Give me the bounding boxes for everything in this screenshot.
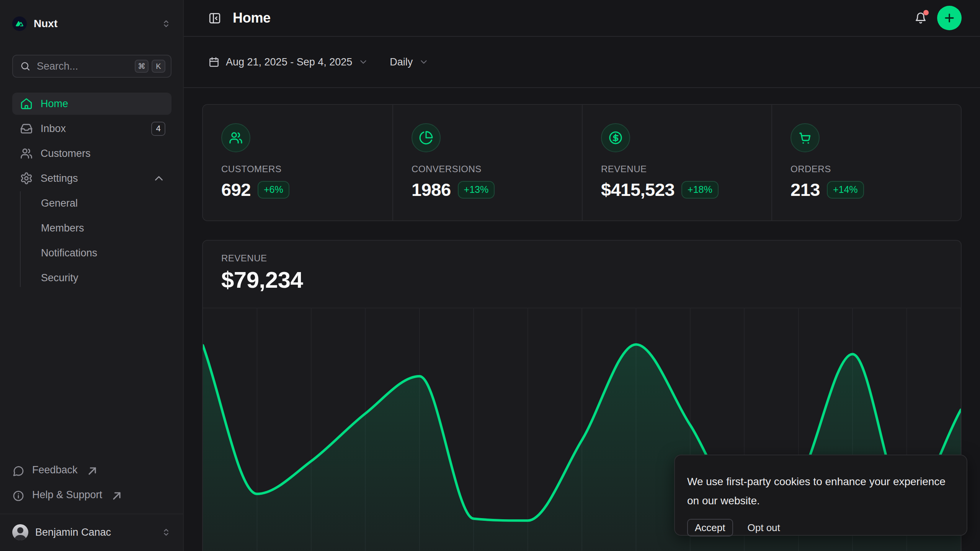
sidebar-item-settings[interactable]: Settings: [12, 167, 172, 189]
accept-cookies-button[interactable]: Accept: [687, 519, 733, 536]
sidebar-item-home[interactable]: Home: [12, 93, 172, 115]
inbox-count-badge: 4: [151, 122, 165, 136]
feedback-link[interactable]: Feedback: [12, 460, 172, 482]
chevrons-up-down-icon: [161, 527, 172, 538]
cookie-message: We use first-party cookies to enhance yo…: [687, 472, 953, 510]
chevrons-up-down-icon: [161, 18, 172, 29]
kbd-k: K: [152, 60, 165, 73]
stat-value: 692: [221, 179, 251, 200]
external-link-icon: [111, 489, 123, 502]
external-link-icon: [86, 464, 98, 477]
page-title: Home: [233, 10, 271, 26]
add-button[interactable]: [937, 6, 962, 30]
cookie-banner: We use first-party cookies to enhance yo…: [674, 455, 967, 536]
stat-label: REVENUE: [601, 164, 771, 174]
info-circle-icon: [12, 489, 24, 502]
stat-delta-badge: +6%: [258, 181, 289, 199]
stat-revenue: REVENUE $415,523 +18%: [582, 105, 771, 220]
users-icon: [221, 123, 250, 152]
help-support-label: Help & Support: [32, 489, 102, 501]
stats-card: CUSTOMERS 692 +6% CONVERSIONS 1986 +13% …: [202, 104, 962, 221]
shopping-cart-icon: [791, 123, 820, 152]
stat-conversions: CONVERSIONS 1986 +13%: [392, 105, 582, 220]
panel-left-icon: [208, 11, 221, 24]
main-header: Home: [184, 0, 980, 37]
notification-dot: [923, 10, 929, 15]
granularity-label: Daily: [390, 56, 413, 68]
avatar: [12, 524, 28, 540]
optout-cookies-button[interactable]: Opt out: [748, 522, 780, 534]
search-shortcut: ⌘ K: [135, 60, 165, 73]
calendar-icon: [208, 56, 220, 68]
stat-delta-badge: +18%: [681, 181, 719, 199]
sidebar-item-inbox[interactable]: Inbox 4: [12, 117, 172, 140]
chevron-down-icon: [358, 57, 368, 67]
pie-chart-icon: [412, 123, 441, 152]
notifications-button[interactable]: [914, 11, 927, 24]
sidebar-divider: [0, 514, 183, 514]
stat-customers: CUSTOMERS 692 +6%: [203, 105, 392, 220]
stat-value: 1986: [412, 179, 451, 200]
sidebar-item-label: Inbox: [41, 123, 66, 135]
stat-delta-badge: +14%: [827, 181, 864, 199]
stat-value: $415,523: [601, 179, 675, 200]
sidebar: Nuxt Search... ⌘ K Home Inbox 4: [0, 0, 184, 551]
sidebar-item-security[interactable]: Security: [12, 267, 172, 289]
user-menu[interactable]: Benjamin Canac: [12, 519, 172, 546]
sidebar-footer-links: Feedback Help & Support: [12, 460, 172, 509]
home-icon: [20, 97, 33, 110]
circle-dollar-icon: [601, 123, 630, 152]
stat-delta-badge: +13%: [458, 181, 495, 199]
chat-bubble-icon: [12, 464, 24, 477]
date-range-picker[interactable]: Aug 21, 2025 - Sep 4, 2025: [208, 56, 368, 68]
revenue-chart-value: $79,234: [221, 267, 961, 293]
kbd-cmd: ⌘: [135, 60, 149, 73]
stat-label: CONVERSIONS: [412, 164, 582, 174]
chevron-up-icon: [152, 172, 165, 185]
sidebar-nav: Home Inbox 4 Customers Settings General: [12, 93, 172, 292]
date-range-label: Aug 21, 2025 - Sep 4, 2025: [226, 56, 352, 68]
revenue-chart-label: REVENUE: [221, 253, 961, 264]
stat-value: 213: [791, 179, 820, 200]
subnav-guide-line: [20, 191, 21, 287]
sidebar-item-general[interactable]: General: [12, 192, 172, 214]
collapse-sidebar-button[interactable]: [208, 11, 221, 24]
stat-label: ORDERS: [791, 164, 961, 174]
help-support-link[interactable]: Help & Support: [12, 484, 172, 507]
stat-orders: ORDERS 213 +14%: [771, 105, 961, 220]
stat-label: CUSTOMERS: [221, 164, 392, 174]
plus-icon: [943, 11, 956, 24]
gear-icon: [20, 172, 33, 185]
search-input[interactable]: Search... ⌘ K: [12, 55, 172, 78]
filter-bar: Aug 21, 2025 - Sep 4, 2025 Daily: [184, 37, 980, 88]
sidebar-item-label: Home: [41, 98, 68, 110]
user-name: Benjamin Canac: [35, 527, 111, 538]
sidebar-item-notifications[interactable]: Notifications: [12, 242, 172, 264]
sidebar-item-label: Customers: [41, 148, 91, 160]
workspace-name: Nuxt: [34, 18, 57, 30]
workspace-switcher[interactable]: Nuxt: [12, 11, 172, 36]
granularity-select[interactable]: Daily: [390, 56, 429, 68]
sidebar-item-members[interactable]: Members: [12, 217, 172, 239]
nuxt-logo-icon: [12, 16, 27, 31]
search-placeholder: Search...: [37, 60, 129, 72]
search-icon: [20, 61, 31, 72]
sidebar-item-label: Settings: [41, 173, 78, 184]
feedback-label: Feedback: [32, 464, 78, 476]
chevron-down-icon: [419, 57, 429, 67]
sidebar-item-customers[interactable]: Customers: [12, 142, 172, 165]
inbox-icon: [20, 122, 33, 135]
users-icon: [20, 147, 33, 160]
